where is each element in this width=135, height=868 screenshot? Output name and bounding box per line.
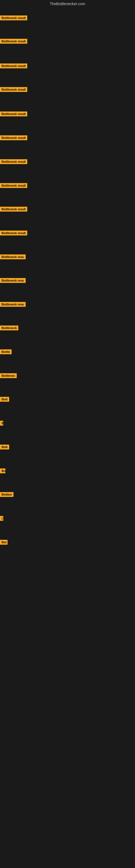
bottleneck-badge-8[interactable]: Bottleneck result bbox=[0, 183, 27, 188]
bottleneck-badge-7[interactable]: Bottleneck result bbox=[0, 159, 27, 164]
bottleneck-badge-container-5: Bottleneck result bbox=[0, 112, 27, 118]
bottleneck-badge-container-11: Bottleneck resu bbox=[0, 254, 26, 260]
bottleneck-badge-container-4: Bottleneck result bbox=[0, 87, 27, 93]
bottleneck-badge-20[interactable]: Bo bbox=[0, 468, 5, 473]
bottleneck-badge-1[interactable]: Bottleneck result bbox=[0, 16, 27, 20]
bottleneck-badge-container-8: Bottleneck result bbox=[0, 183, 27, 189]
bottleneck-badge-container-1: Bottleneck result bbox=[0, 16, 27, 22]
bottleneck-badge-9[interactable]: Bottleneck result bbox=[0, 207, 27, 212]
bottleneck-badge-10[interactable]: Bottleneck result bbox=[0, 230, 27, 236]
bottleneck-badge-container-22: | bbox=[0, 516, 3, 522]
bottleneck-badge-16[interactable]: Bottlenec bbox=[0, 373, 17, 378]
site-title: TheBottlenecker.com bbox=[0, 0, 135, 8]
bottleneck-badge-6[interactable]: Bottleneck result bbox=[0, 135, 27, 140]
bottleneck-badge-container-18: B bbox=[0, 421, 3, 427]
bottleneck-badge-container-16: Bottlenec bbox=[0, 373, 17, 379]
bottleneck-badge-container-13: Bottleneck resu bbox=[0, 302, 26, 308]
bottleneck-badge-15[interactable]: Bottle bbox=[0, 349, 12, 354]
bottleneck-badge-22[interactable]: | bbox=[0, 516, 3, 521]
bottleneck-badge-container-3: Bottleneck result bbox=[0, 63, 27, 69]
bottleneck-badge-container-6: Bottleneck result bbox=[0, 135, 27, 141]
bottleneck-badge-21[interactable]: Bottlen bbox=[0, 492, 13, 497]
bottleneck-badge-container-2: Bottleneck result bbox=[0, 39, 27, 45]
bottleneck-badge-12[interactable]: Bottleneck resu bbox=[0, 278, 26, 283]
bottleneck-badge-3[interactable]: Bottleneck result bbox=[0, 63, 27, 68]
bottleneck-badge-container-10: Bottleneck result bbox=[0, 230, 27, 237]
bottleneck-badge-container-7: Bottleneck result bbox=[0, 159, 27, 165]
bottleneck-badge-11[interactable]: Bottleneck resu bbox=[0, 254, 26, 259]
site-title-text: TheBottlenecker.com bbox=[50, 2, 85, 6]
bottleneck-badge-14[interactable]: Bottleneck bbox=[0, 326, 18, 330]
bottleneck-badge-container-14: Bottleneck bbox=[0, 326, 18, 332]
bottleneck-badge-container-23: Bot bbox=[0, 540, 8, 546]
bottleneck-badge-17[interactable]: Bott bbox=[0, 397, 9, 402]
bottleneck-badge-container-19: Bott bbox=[0, 444, 9, 451]
bottleneck-badge-2[interactable]: Bottleneck result bbox=[0, 39, 27, 44]
bottleneck-badge-23[interactable]: Bot bbox=[0, 540, 8, 545]
bottleneck-badge-13[interactable]: Bottleneck resu bbox=[0, 302, 26, 307]
bottleneck-badge-container-20: Bo bbox=[0, 468, 5, 474]
bottleneck-badge-5[interactable]: Bottleneck result bbox=[0, 112, 27, 116]
bottleneck-badge-4[interactable]: Bottleneck result bbox=[0, 87, 27, 92]
bottleneck-badge-container-12: Bottleneck resu bbox=[0, 278, 26, 284]
bottleneck-badge-container-17: Bott bbox=[0, 397, 9, 403]
bottleneck-badge-container-15: Bottle bbox=[0, 349, 12, 355]
bottleneck-badge-18[interactable]: B bbox=[0, 421, 3, 426]
bottleneck-badge-container-9: Bottleneck result bbox=[0, 207, 27, 213]
bottleneck-badge-19[interactable]: Bott bbox=[0, 444, 9, 450]
bottleneck-badge-container-21: Bottlen bbox=[0, 492, 13, 498]
